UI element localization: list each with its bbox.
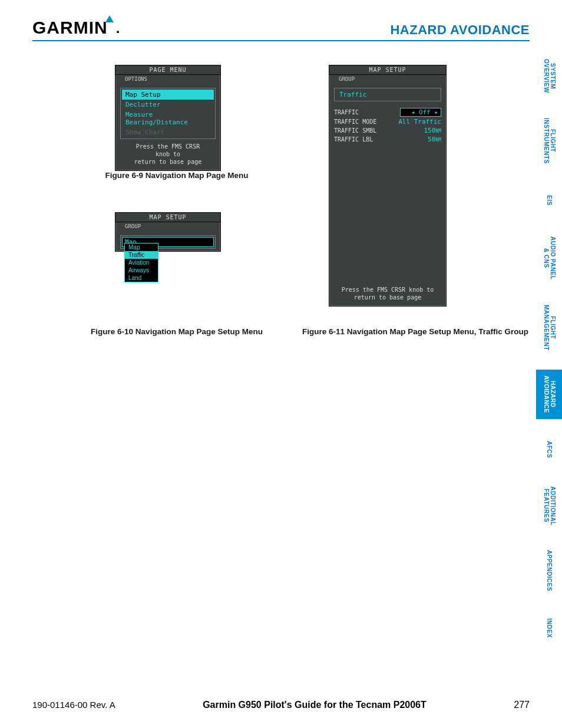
dropdown-option-map[interactable]: Map bbox=[125, 243, 158, 251]
dropdown-option-traffic[interactable]: Traffic bbox=[125, 251, 158, 259]
label-traffic: TRAFFIC bbox=[334, 109, 359, 116]
page-number: 277 bbox=[514, 700, 530, 710]
hint-text: Press the FMS CRSR knob to return to bas… bbox=[115, 139, 220, 170]
panel-title: PAGE MENU bbox=[115, 65, 220, 75]
group-label: GROUP bbox=[338, 76, 356, 82]
tab-additional-features[interactable]: ADDITIONAL FEATURES bbox=[536, 480, 562, 532]
dropdown-option-aviation[interactable]: Aviation bbox=[125, 259, 158, 266]
label-traffic-lbl: TRAFFIC LBL bbox=[334, 136, 373, 143]
caption-6-9: Figure 6-9 Navigation Map Page Menu bbox=[71, 171, 283, 180]
tab-flight-instruments[interactable]: FLIGHT INSTRUMENTS bbox=[536, 112, 562, 170]
figure-6-11: MAP SETUP GROUP Traffic TRAFFIC ◂ Off ▸ … bbox=[329, 65, 458, 307]
options-list: Map Setup Declutter Measure Bearing/Dist… bbox=[120, 88, 216, 139]
value-traffic[interactable]: ◂ Off ▸ bbox=[400, 108, 441, 117]
arrow-right-icon[interactable]: ▸ bbox=[434, 108, 438, 116]
dropdown-option-land[interactable]: Land bbox=[125, 274, 158, 282]
book-title: Garmin G950 Pilot's Guide for the Tecnam… bbox=[203, 700, 427, 710]
tab-system-overview[interactable]: SYSTEM OVERVIEW bbox=[536, 53, 562, 99]
doc-id: 190-01146-00 Rev. A bbox=[32, 700, 115, 710]
map-setup-traffic-panel: MAP SETUP GROUP Traffic TRAFFIC ◂ Off ▸ … bbox=[329, 65, 447, 307]
panel-title: MAP SETUP bbox=[329, 65, 446, 75]
caption-6-11: Figure 6-11 Navigation Map Page Setup Me… bbox=[289, 327, 542, 336]
page-footer: 190-01146-00 Rev. A Garmin G950 Pilot's … bbox=[32, 700, 530, 710]
option-declutter[interactable]: Declutter bbox=[122, 100, 214, 110]
label-traffic-smbl: TRAFFIC SMBL bbox=[334, 127, 376, 134]
brand-period: . bbox=[116, 20, 121, 36]
row-traffic: TRAFFIC ◂ Off ▸ bbox=[329, 107, 446, 117]
row-traffic-lbl: TRAFFIC LBL 50NM bbox=[329, 135, 446, 144]
tab-eis[interactable]: EIS bbox=[536, 182, 562, 218]
hint-text: Press the FMS CRSR knob to return to bas… bbox=[329, 282, 446, 306]
group-field-box: Traffic bbox=[334, 88, 441, 101]
side-tabs: SYSTEM OVERVIEW FLIGHT INSTRUMENTS EIS A… bbox=[536, 53, 562, 645]
caption-6-10: Figure 6-10 Navigation Map Page Setup Me… bbox=[59, 327, 295, 336]
section-title: HAZARD AVOIDANCE bbox=[390, 22, 530, 38]
panel-title: MAP SETUP bbox=[115, 213, 220, 222]
tab-appendices[interactable]: APPENDICES bbox=[536, 544, 562, 597]
unit-nm: NM bbox=[435, 137, 441, 143]
tab-index[interactable]: INDEX bbox=[536, 610, 562, 645]
dropdown-option-airways[interactable]: Airways bbox=[125, 266, 158, 274]
brand-logo: GARMIN. bbox=[32, 18, 120, 38]
option-show-chart: Show Chart bbox=[122, 127, 214, 137]
label-traffic-mode: TRAFFIC MODE bbox=[334, 118, 376, 125]
brand-delta-icon bbox=[105, 15, 114, 22]
value-traffic-smbl[interactable]: 150NM bbox=[400, 127, 441, 134]
page-header: GARMIN. HAZARD AVOIDANCE bbox=[32, 18, 530, 41]
row-traffic-mode: TRAFFIC MODE All Traffic bbox=[329, 117, 446, 126]
value-traffic-lbl[interactable]: 50NM bbox=[400, 136, 441, 143]
option-measure-bearing-distance[interactable]: Measure Bearing/Distance bbox=[122, 110, 214, 127]
group-field-value[interactable]: Traffic bbox=[336, 90, 439, 100]
figure-6-9: PAGE MENU OPTIONS Map Setup Declutter Me… bbox=[115, 65, 244, 171]
tab-afcs[interactable]: AFCS bbox=[536, 432, 562, 467]
tab-audio-panel-cns[interactable]: AUDIO PANEL & CNS bbox=[536, 230, 562, 286]
unit-nm: NM bbox=[435, 129, 441, 134]
value-traffic-mode[interactable]: All Traffic bbox=[398, 118, 441, 126]
options-group-label: OPTIONS bbox=[124, 76, 148, 82]
figure-6-10: MAP SETUP GROUP Map Map Traffic Aviation… bbox=[115, 212, 244, 252]
value-traffic-text: Off bbox=[419, 108, 431, 116]
arrow-left-icon[interactable]: ◂ bbox=[411, 108, 415, 116]
group-dropdown: Map Traffic Aviation Airways Land bbox=[124, 243, 158, 282]
tab-hazard-avoidance[interactable]: HAZARD AVOIDANCE bbox=[536, 370, 562, 419]
brand-text: GARMIN bbox=[32, 18, 108, 37]
option-map-setup[interactable]: Map Setup bbox=[122, 90, 214, 100]
row-traffic-smbl: TRAFFIC SMBL 150NM bbox=[329, 126, 446, 135]
page-menu-panel: PAGE MENU OPTIONS Map Setup Declutter Me… bbox=[115, 65, 221, 171]
group-label: GROUP bbox=[124, 223, 142, 229]
